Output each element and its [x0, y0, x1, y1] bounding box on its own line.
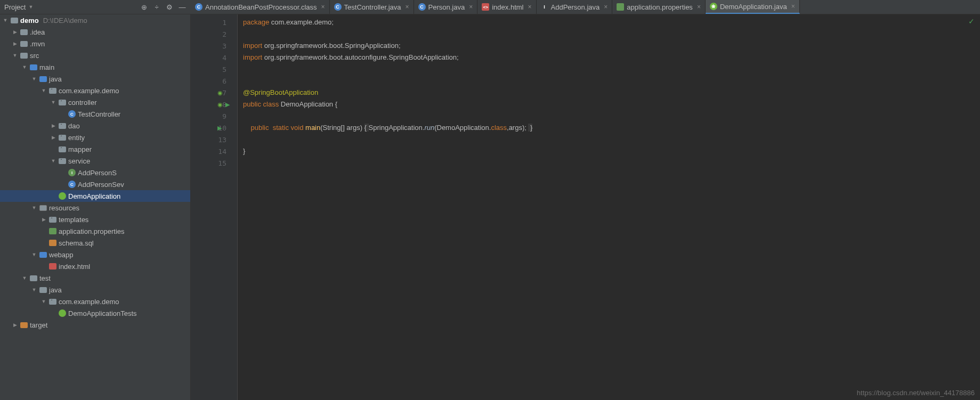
hide-icon[interactable]: — [178, 3, 187, 11]
settings-icon[interactable]: ⚙ [165, 3, 174, 11]
editor-tabs-bar: CAnnotationBeanPostProcessor.class×CTest… [191, 0, 980, 14]
gutter-spring-icon[interactable]: ◉ [217, 89, 223, 96]
locate-icon[interactable]: ⊕ [140, 3, 148, 11]
tree-node[interactable]: ▶DemoApplication [0, 190, 190, 202]
tree-arrow-icon[interactable]: ▶ [12, 29, 18, 35]
tree-node[interactable]: ▶.mvn [0, 38, 190, 50]
dropdown-icon[interactable]: ▼ [28, 4, 33, 10]
tree-node[interactable]: ▶schema.sql [0, 237, 190, 249]
close-icon[interactable]: × [321, 3, 325, 11]
tree-node[interactable]: ▼test [0, 272, 190, 284]
tree-arrow-icon[interactable]: ▼ [21, 64, 28, 70]
editor-tab[interactable]: CPerson.java× [414, 0, 478, 14]
line-number[interactable]: 5 [191, 63, 237, 75]
tree-node[interactable]: ▶CTestController [0, 108, 190, 120]
tree-arrow-icon[interactable]: ▶ [41, 217, 47, 222]
inspection-ok-icon[interactable]: ✓ [968, 17, 975, 26]
tree-node[interactable]: ▼java [0, 284, 190, 296]
tree-node[interactable]: ▼com.example.demo [0, 85, 190, 96]
tree-arrow-icon[interactable]: ▼ [21, 275, 28, 281]
tree-node[interactable]: ▶application.properties [0, 225, 190, 237]
tree-arrow-icon[interactable]: ▶ [50, 135, 56, 140]
tree-arrow-icon[interactable]: ▼ [41, 299, 47, 304]
tree-node[interactable]: ▶entity [0, 132, 190, 143]
tree-arrow-icon[interactable]: ▼ [2, 18, 9, 23]
tree-node[interactable]: ▼java [0, 73, 190, 85]
tree-node[interactable]: ▶templates [0, 214, 190, 225]
line-number[interactable]: 13 [191, 134, 237, 145]
tree-node[interactable]: ▶CAddPersonSev [0, 178, 190, 190]
line-number[interactable]: 7◉ [191, 87, 237, 99]
tree-node[interactable]: ▼src [0, 50, 190, 61]
tree-arrow-icon[interactable]: ▼ [12, 53, 18, 58]
interface-file-icon: I [541, 3, 548, 11]
code-editor[interactable]: 1234567◉8▶◉910▶131415 package com.exampl… [191, 14, 980, 400]
tree-node[interactable]: ▶.idea [0, 26, 190, 38]
tree-arrow-icon[interactable]: ▼ [50, 100, 56, 105]
run-method-icon[interactable]: ▶ [217, 125, 222, 132]
code-text: (DemoApplication. [434, 124, 491, 132]
tree-node[interactable]: ▼webapp [0, 249, 190, 260]
tree-node[interactable]: ▶dao [0, 120, 190, 132]
line-number[interactable]: 8▶◉ [191, 99, 237, 110]
tree-arrow-icon[interactable]: ▼ [31, 205, 37, 210]
tree-label: index.html [59, 263, 90, 271]
editor-tab[interactable]: <>index.html× [477, 0, 536, 14]
tree-arrow-icon[interactable]: ▶ [12, 322, 18, 328]
tree-arrow-icon[interactable]: ▼ [31, 252, 37, 257]
tree-node[interactable]: ▶target [0, 319, 190, 331]
tree-node[interactable]: ▶mapper [0, 143, 190, 155]
folder-orange-icon [20, 322, 28, 328]
sql-file-icon [49, 240, 56, 246]
line-number[interactable]: 15 [191, 157, 237, 169]
tree-node[interactable]: ▼service [0, 155, 190, 167]
editor-tab[interactable]: application.properties× [612, 0, 706, 14]
line-number[interactable]: 1 [191, 17, 237, 28]
close-icon[interactable]: × [791, 3, 795, 10]
code-keyword: import [243, 42, 262, 50]
close-icon[interactable]: × [528, 3, 531, 11]
close-icon[interactable]: × [406, 3, 409, 11]
close-icon[interactable]: × [604, 3, 608, 11]
tree-node[interactable]: ▼controller [0, 96, 190, 108]
tree-arrow-icon[interactable]: ▶ [50, 123, 56, 128]
tree-node[interactable]: ▶DemoApplicationTests [0, 307, 190, 319]
gutter-config-icon[interactable]: ◉ [217, 101, 223, 108]
editor-tab[interactable]: CAnnotationBeanPostProcessor.class× [191, 0, 330, 14]
tree-arrow-icon[interactable]: ▼ [41, 88, 47, 93]
code-content[interactable]: package com.example.demo; import org.spr… [238, 14, 980, 400]
close-icon[interactable]: × [469, 3, 473, 11]
line-number[interactable]: 2 [191, 28, 237, 40]
tree-arrow-icon[interactable]: ▶ [12, 41, 18, 46]
project-tree[interactable]: ▼demoD:\IDEA\demo▶.idea▶.mvn▼src▼main▼ja… [0, 14, 191, 400]
tree-label: service [68, 157, 90, 165]
run-class-icon[interactable]: ▶ [225, 101, 230, 108]
editor-tab[interactable]: ❀DemoApplication.java× [706, 0, 800, 14]
line-number[interactable]: 3 [191, 40, 237, 52]
line-number[interactable]: 9 [191, 110, 237, 122]
tree-node[interactable]: ▼main [0, 61, 190, 73]
close-icon[interactable]: × [697, 3, 701, 11]
tree-node[interactable]: ▼com.example.demo [0, 296, 190, 307]
line-number[interactable]: 4 [191, 52, 237, 63]
editor-tab[interactable]: IAddPerson.java× [537, 0, 613, 14]
folder-icon [20, 29, 28, 35]
tree-node[interactable]: ▼demoD:\IDEA\demo [0, 14, 190, 26]
collapse-icon[interactable]: ÷ [152, 3, 161, 11]
tree-arrow-icon[interactable]: ▼ [31, 76, 37, 81]
tree-node[interactable]: ▼resources [0, 202, 190, 214]
tree-arrow-icon[interactable]: ▼ [31, 287, 37, 292]
editor-tab[interactable]: CTestController.java× [330, 0, 414, 14]
line-number[interactable]: 6 [191, 75, 237, 87]
tree-arrow-icon[interactable]: ▼ [50, 158, 56, 164]
tree-node[interactable]: ▶index.html [0, 260, 190, 272]
line-number[interactable]: 10▶ [191, 122, 237, 134]
tree-label: dao [68, 122, 80, 130]
code-text: DemoApplication [279, 100, 335, 108]
tree-label: schema.sql [59, 239, 94, 247]
line-number[interactable]: 14 [191, 145, 237, 157]
code-keyword: import [243, 53, 262, 61]
tree-node[interactable]: ▶IAddPersonS [0, 167, 190, 178]
project-panel-title[interactable]: Project [4, 3, 26, 11]
tree-label: java [49, 286, 62, 294]
